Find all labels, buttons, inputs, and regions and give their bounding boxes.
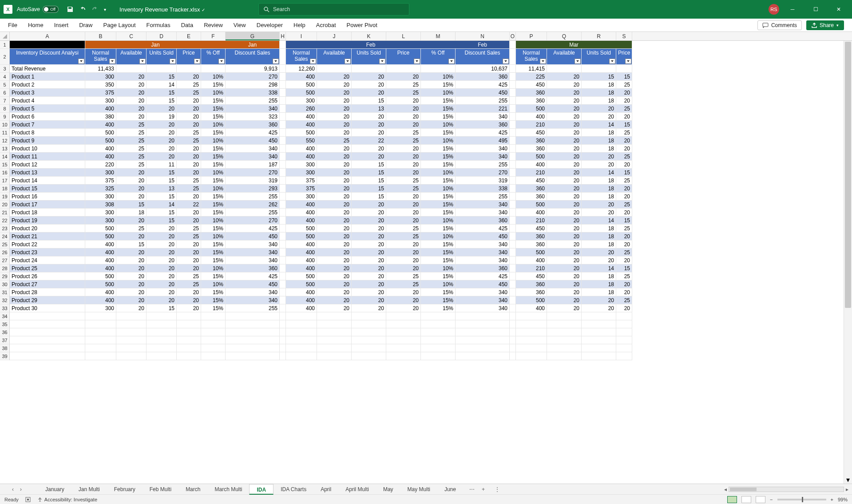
row-header-39[interactable]: 39 — [0, 352, 10, 360]
cell[interactable]: 400 — [85, 145, 116, 153]
cell[interactable]: 20 — [116, 304, 147, 312]
cell[interactable]: 15% — [201, 272, 226, 280]
gap[interactable] — [510, 73, 516, 81]
new-sheet-button[interactable]: + — [478, 486, 488, 492]
cell[interactable]: 20 — [386, 193, 421, 201]
cell[interactable]: 15 — [352, 185, 386, 193]
cell[interactable]: 340 — [456, 296, 510, 304]
cell[interactable]: 20 — [116, 256, 147, 264]
cell[interactable]: 338 — [456, 185, 510, 193]
cell[interactable] — [177, 336, 201, 344]
column-header-M[interactable]: M — [421, 32, 456, 40]
cell[interactable]: 15% — [201, 113, 226, 121]
row-header-15[interactable]: 15 — [0, 161, 10, 169]
row-header-9[interactable]: 9 — [0, 113, 10, 121]
gap[interactable] — [280, 169, 286, 177]
row-header-21[interactable]: 21 — [0, 209, 10, 217]
cell[interactable]: 20 — [147, 105, 177, 113]
gap[interactable] — [280, 137, 286, 145]
cell[interactable] — [516, 320, 547, 328]
ribbon-tab-power-pivot[interactable]: Power Pivot — [347, 22, 377, 28]
month-gap[interactable] — [10, 41, 85, 49]
horizontal-scrollbar[interactable]: ◂ ▸ — [724, 486, 848, 492]
cell[interactable]: 15 — [147, 217, 177, 224]
zoom-slider[interactable] — [777, 499, 826, 500]
cell[interactable]: 15% — [421, 201, 456, 209]
cell[interactable]: 15% — [421, 161, 456, 169]
cell[interactable]: 11 — [147, 161, 177, 169]
column-header-E[interactable]: E — [177, 32, 201, 40]
cell[interactable]: 340 — [456, 113, 510, 121]
cell[interactable] — [201, 65, 226, 73]
cell[interactable]: 20 — [352, 81, 386, 89]
cell[interactable]: 25 — [616, 272, 632, 280]
cell[interactable]: 500 — [516, 153, 547, 161]
cell[interactable]: 20 — [386, 288, 421, 296]
cell[interactable]: 15% — [201, 161, 226, 169]
month-header-jan[interactable]: Jan — [85, 41, 226, 49]
cell[interactable]: 20 — [386, 248, 421, 256]
cell[interactable]: 20 — [547, 105, 582, 113]
table-header[interactable]: Available — [317, 49, 352, 65]
cell[interactable] — [177, 312, 201, 320]
cell[interactable]: 20 — [317, 73, 352, 81]
cell[interactable]: 20 — [352, 256, 386, 264]
cell[interactable]: 10% — [201, 169, 226, 177]
cell[interactable]: 500 — [516, 248, 547, 256]
cell[interactable] — [456, 328, 510, 336]
cell[interactable]: 20 — [352, 248, 386, 256]
cell[interactable] — [582, 336, 616, 344]
cell[interactable]: 500 — [286, 232, 317, 240]
sheet-tab-february[interactable]: February — [107, 484, 143, 495]
cell[interactable] — [147, 352, 177, 360]
table-header[interactable]: Price — [616, 49, 632, 65]
row-header-34[interactable]: 34 — [0, 312, 10, 320]
cell[interactable]: 25 — [116, 129, 147, 137]
table-header[interactable]: Inventory Discount Analysi — [10, 49, 85, 65]
cell[interactable] — [280, 336, 286, 344]
total-mar[interactable]: 11,415 — [516, 65, 547, 73]
cell[interactable]: 20 — [616, 232, 632, 240]
cell[interactable]: 20 — [616, 185, 632, 193]
cell[interactable]: 500 — [516, 105, 547, 113]
cell[interactable]: 20 — [177, 121, 201, 129]
cell[interactable]: 20 — [147, 224, 177, 232]
cell[interactable]: 18 — [116, 209, 147, 217]
cell[interactable]: 20 — [547, 129, 582, 137]
cell[interactable]: 15 — [616, 169, 632, 177]
table-header[interactable]: Discount Sales — [226, 49, 280, 65]
cell[interactable] — [386, 352, 421, 360]
ribbon-tab-file[interactable]: File — [8, 22, 17, 28]
row-header-32[interactable]: 32 — [0, 296, 10, 304]
cell[interactable]: 15% — [201, 248, 226, 256]
cell[interactable]: 20 — [177, 169, 201, 177]
gap[interactable] — [510, 169, 516, 177]
cell[interactable]: 400 — [286, 113, 317, 121]
cell[interactable]: 20 — [547, 248, 582, 256]
cell[interactable]: 20 — [116, 272, 147, 280]
cell[interactable]: 20 — [386, 201, 421, 209]
cell[interactable]: 450 — [516, 129, 547, 137]
cell[interactable]: 400 — [85, 240, 116, 248]
cell[interactable]: 15 — [616, 121, 632, 129]
cell[interactable]: 10% — [421, 73, 456, 81]
cell[interactable]: 15 — [616, 217, 632, 224]
cell[interactable]: 340 — [456, 248, 510, 256]
gap[interactable] — [280, 256, 286, 264]
table-header[interactable]: % Off — [421, 49, 456, 65]
cell[interactable] — [226, 344, 280, 352]
scroll-thumb[interactable] — [845, 42, 851, 308]
cell[interactable]: 25 — [177, 224, 201, 232]
cell[interactable]: 25 — [177, 89, 201, 97]
cell[interactable] — [286, 344, 317, 352]
cell[interactable] — [421, 328, 456, 336]
cell[interactable]: 14 — [147, 201, 177, 209]
cell[interactable]: 20 — [547, 296, 582, 304]
gap[interactable] — [280, 288, 286, 296]
cell[interactable]: 360 — [516, 280, 547, 288]
cell[interactable]: 20 — [352, 153, 386, 161]
cell[interactable] — [317, 344, 352, 352]
cell[interactable]: 380 — [85, 113, 116, 121]
ribbon-tab-draw[interactable]: Draw — [79, 22, 92, 28]
cell[interactable]: 15% — [201, 81, 226, 89]
